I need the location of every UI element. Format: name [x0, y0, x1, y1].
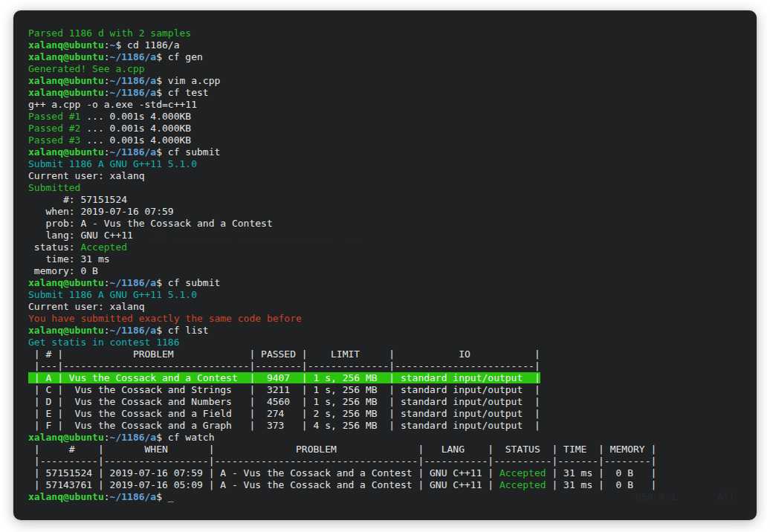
- text-segment: | 57151524 | 2019-07-16 07:59 | A - Vus …: [28, 467, 499, 479]
- text-segment: $ vim a.cpp: [156, 75, 220, 86]
- table-row-highlighted: | A | Vus the Cossack and a Contest | 94…: [28, 372, 746, 384]
- prompt-path: ~/1186/a: [110, 75, 157, 86]
- text-segment: :: [104, 491, 110, 502]
- text-segment: Parsed 1186 d with 2 samples: [28, 27, 191, 39]
- terminal-window: Parsed 1186 d with 2 samplesxalanq@ubunt…: [13, 10, 757, 520]
- output-line: time: 31 ms: [28, 253, 746, 265]
- text-segment: | # | WHEN | PROBLEM | LANG | STATUS | T…: [28, 444, 656, 455]
- text-segment: Accepted: [80, 241, 127, 253]
- table-row: | D | Vus the Cossack and Numbers | 4560…: [28, 396, 746, 408]
- prompt-path: ~/1186/a: [110, 146, 157, 158]
- output-line: Generated! See a.cpp: [28, 63, 746, 75]
- text-segment: Submit 1186 A GNU G++11 5.1.0: [28, 289, 197, 300]
- text-segment: Current user: xalanq: [28, 170, 145, 181]
- text-segment: Submitted: [28, 182, 80, 193]
- prompt-line: xalanq@ubuntu:~/1186/a$ vim a.cpp: [28, 75, 746, 87]
- prompt-path: ~/1186/a: [110, 87, 157, 98]
- text-segment: :: [104, 75, 110, 86]
- prompt-user-host: xalanq@ubuntu: [28, 325, 104, 336]
- vim-ruler-ghost: 859,0-1: [635, 491, 676, 503]
- prompt-line: xalanq@ubuntu:~/1186/a$ cf test: [28, 87, 746, 99]
- text-segment: :: [104, 277, 110, 288]
- prompt-user-host: xalanq@ubuntu: [28, 87, 104, 98]
- table-separator: |---|--------------------------------|--…: [28, 360, 746, 372]
- text-segment: | A | Vus the Cossack and a Contest | 94…: [28, 372, 540, 383]
- table-separator: |----------|------------------|---------…: [28, 455, 746, 467]
- text-segment: Current user: xalanq: [28, 301, 145, 312]
- text-segment: $ cf gen: [156, 51, 203, 62]
- prompt-path: ~/1186/a: [110, 432, 157, 443]
- output-line: memory: 0 B: [28, 265, 746, 277]
- prompt-user-host: xalanq@ubuntu: [28, 39, 104, 51]
- output-line: when: 2019-07-16 07:59: [28, 206, 746, 218]
- table-row: | E | Vus the Cossack and a Field | 274 …: [28, 408, 746, 420]
- text-segment: :: [104, 146, 110, 158]
- text-segment: Passed #1: [28, 111, 80, 122]
- text-segment: memory: 0 B: [28, 265, 98, 276]
- prompt-user-host: xalanq@ubuntu: [28, 51, 104, 62]
- text-segment: ... 0.001s 4.000KB: [80, 134, 191, 146]
- text-segment: |---|--------------------------------|--…: [28, 360, 540, 372]
- output-line: Passed #2 ... 0.001s 4.000KB: [28, 123, 746, 134]
- page: Parsed 1186 d with 2 samplesxalanq@ubunt…: [0, 0, 770, 532]
- output-line: Submitted: [28, 182, 746, 194]
- prompt-user-host: xalanq@ubuntu: [28, 277, 104, 288]
- text-segment: | # | PROBLEM | PASSED | LIMIT | IO |: [28, 348, 540, 360]
- text-segment: $ cf submit: [156, 277, 220, 288]
- text-segment: | F | Vus the Cossack and a Graph | 373 …: [28, 420, 540, 431]
- text-segment: status:: [28, 241, 80, 253]
- text-segment: |----------|------------------|---------…: [28, 455, 656, 467]
- text-segment: ... 0.001s 4.000KB: [80, 123, 191, 134]
- output-line: You have submitted exactly the same code…: [28, 313, 746, 325]
- prompt-user-host: xalanq@ubuntu: [28, 75, 104, 86]
- output-line: Passed #3 ... 0.001s 4.000KB: [28, 134, 746, 146]
- prompt-line: xalanq@ubuntu:~/1186/a$ cf list: [28, 325, 746, 337]
- prompt-path: ~/1186/a: [110, 491, 157, 502]
- text-segment: | C | Vus the Cossack and Strings | 3211…: [28, 384, 540, 395]
- text-segment: | 57143761 | 2019-07-16 05:09 | A - Vus …: [28, 479, 499, 490]
- text-segment: $: [156, 491, 168, 502]
- text-segment: when: 2019-07-16 07:59: [28, 206, 174, 217]
- prompt-line: xalanq@ubuntu:~$ cd 1186/a: [28, 39, 746, 51]
- text-segment: #: 57151524: [28, 194, 127, 205]
- output-line: Get statis in contest 1186: [28, 337, 746, 348]
- prompt-line: xalanq@ubuntu:~/1186/a$ cf submit: [28, 277, 746, 289]
- text-segment: | D | Vus the Cossack and Numbers | 4560…: [28, 396, 540, 407]
- output-line: #: 57151524: [28, 194, 746, 206]
- text-segment: ... 0.001s 4.000KB: [80, 111, 191, 122]
- prompt-user-host: xalanq@ubuntu: [28, 146, 104, 158]
- text-segment: :: [104, 39, 110, 51]
- text-segment: $ cd 1186/a: [115, 39, 179, 51]
- output-line: Submit 1186 A GNU G++11 5.1.0: [28, 289, 746, 301]
- text-segment: | E | Vus the Cossack and a Field | 274 …: [28, 408, 540, 419]
- prompt-user-host: xalanq@ubuntu: [28, 491, 104, 502]
- text-segment: Passed #2: [28, 123, 80, 134]
- text-segment: Accepted: [499, 479, 546, 490]
- table-header: | # | WHEN | PROBLEM | LANG | STATUS | T…: [28, 444, 746, 455]
- output-line: Parsed 1186 d with 2 samples: [28, 27, 746, 39]
- prompt-path: ~/1186/a: [110, 325, 157, 336]
- output-line: g++ a.cpp -o a.exe -std=c++11: [28, 99, 746, 111]
- text-segment: $ cf list: [156, 325, 208, 336]
- table-row: | F | Vus the Cossack and a Graph | 373 …: [28, 420, 746, 432]
- text-segment: Accepted: [499, 467, 546, 479]
- prompt-line: xalanq@ubuntu:~/1186/a$ cf submit: [28, 146, 746, 158]
- output-line: prob: A - Vus the Cossack and a Contest: [28, 218, 746, 230]
- text-segment: time: 31 ms: [28, 253, 110, 265]
- text-segment: | 31 ms | 0 B |: [546, 467, 657, 479]
- output-line: Current user: xalanq: [28, 170, 746, 182]
- terminal-screen[interactable]: Parsed 1186 d with 2 samplesxalanq@ubunt…: [13, 10, 757, 520]
- text-segment: lang: GNU C++11: [28, 230, 133, 241]
- table-row: | 57151524 | 2019-07-16 07:59 | A - Vus …: [28, 467, 746, 479]
- prompt-path: ~/1186/a: [110, 277, 157, 288]
- table-row: | C | Vus the Cossack and Strings | 3211…: [28, 384, 746, 396]
- text-segment: You have submitted exactly the same code…: [28, 313, 302, 324]
- prompt-user-host: xalanq@ubuntu: [28, 432, 104, 443]
- text-segment: Get statis in contest 1186: [28, 337, 180, 348]
- output-line: Current user: xalanq: [28, 301, 746, 313]
- table-header: | # | PROBLEM | PASSED | LIMIT | IO |: [28, 348, 746, 360]
- prompt-path: ~/1186/a: [110, 51, 157, 62]
- output-line: lang: GNU C++11: [28, 230, 746, 241]
- text-segment: Generated! See a.cpp: [28, 63, 145, 74]
- text-segment: | 31 ms | 0 B |: [546, 479, 657, 490]
